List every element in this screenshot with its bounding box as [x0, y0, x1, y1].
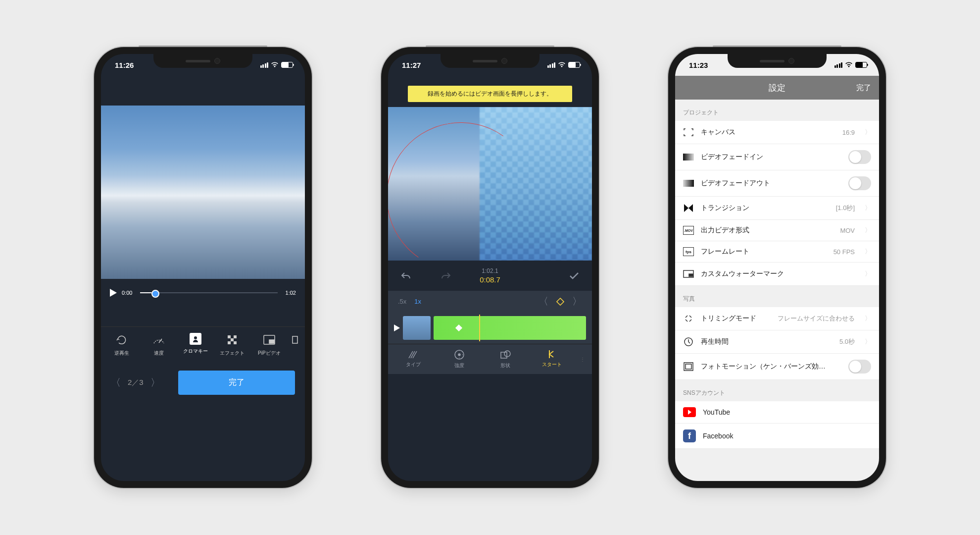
- toggle[interactable]: [848, 176, 871, 190]
- video-preview[interactable]: [101, 106, 305, 279]
- phone-3: 11:23 設定 完了 プロジェクト キャンバス16:9〉 ビデオフェードイン …: [668, 47, 886, 488]
- row-youtube[interactable]: YouTube: [675, 401, 879, 424]
- clip-thumbnail[interactable]: [403, 316, 431, 340]
- row-transition[interactable]: トランジション[1.0秒]〉: [675, 197, 879, 220]
- phone-2: 11:27 録画を始めるにはビデオ画面を長押しします。 1:02.1 0:08.…: [381, 47, 599, 488]
- fx-type[interactable]: タイプ: [391, 349, 435, 369]
- row-fadeout[interactable]: ビデオフェードアウト: [675, 170, 879, 197]
- chevron-right-icon: 〉: [865, 128, 871, 137]
- clock: 11:26: [115, 61, 134, 69]
- zoom-row: .5x 1x 〈 〉: [388, 291, 592, 312]
- play-icon[interactable]: [394, 324, 400, 331]
- wifi-icon: [271, 62, 279, 68]
- effect-toolbar: タイプ 強度 形状 スタート ⋮: [388, 344, 592, 374]
- clock: 11:23: [689, 61, 708, 69]
- trim-icon: [683, 313, 694, 324]
- facebook-icon: f: [683, 429, 696, 442]
- current-time: 0:00: [122, 290, 132, 296]
- row-watermark[interactable]: カスタムウォーターマーク〉: [675, 263, 879, 286]
- pager: 〈 2／3 〉: [111, 376, 160, 389]
- chevron-right-icon: 〉: [865, 226, 871, 235]
- confirm-icon[interactable]: [568, 271, 580, 281]
- svg-rect-12: [501, 352, 507, 358]
- nav-bar: 設定 完了: [675, 76, 879, 100]
- fx-shape[interactable]: 形状: [484, 349, 528, 369]
- chevron-right-icon: 〉: [865, 204, 871, 213]
- fx-start[interactable]: スタート: [530, 349, 574, 369]
- nav-title: 設定: [769, 82, 785, 94]
- svg-rect-3: [228, 341, 231, 344]
- row-facebook[interactable]: fFacebook: [675, 424, 879, 449]
- done-button[interactable]: 完了: [856, 83, 871, 93]
- current-time: 0:08.7: [480, 275, 500, 284]
- total-time: 1:02.1: [480, 268, 500, 274]
- prev-icon[interactable]: 〈: [111, 376, 121, 389]
- progress-slider[interactable]: [140, 292, 277, 293]
- svg-rect-9: [557, 298, 564, 305]
- prev-keyframe-icon[interactable]: 〈: [539, 295, 548, 308]
- undo-icon[interactable]: [400, 271, 412, 281]
- tool-chromakey[interactable]: クロマキー: [178, 333, 213, 357]
- keyframe-marker[interactable]: [455, 324, 462, 331]
- hint-banner: 録画を始めるにはビデオ画面を長押しします。: [408, 86, 572, 102]
- more-icon: [288, 333, 302, 347]
- playback-bar: 0:00 1:02: [101, 279, 305, 307]
- fx-more[interactable]: ⋮: [576, 349, 589, 369]
- section-project: プロジェクト: [675, 100, 879, 121]
- toggle[interactable]: [848, 150, 871, 164]
- battery-icon: [568, 62, 580, 68]
- tool-reverse[interactable]: 逆再生: [104, 333, 140, 357]
- tool-pip[interactable]: PiPビデオ: [251, 333, 287, 357]
- svg-rect-14: [683, 154, 694, 160]
- next-keyframe-icon[interactable]: 〉: [572, 295, 582, 308]
- svg-rect-7: [269, 340, 274, 343]
- video-preview[interactable]: [388, 107, 592, 261]
- svg-rect-20: [686, 364, 691, 369]
- redo-icon[interactable]: [440, 271, 452, 281]
- row-duration[interactable]: 再生時間5.0秒〉: [675, 330, 879, 354]
- chevron-right-icon: 〉: [865, 247, 871, 256]
- chevron-right-icon: 〉: [865, 314, 871, 323]
- row-canvas[interactable]: キャンバス16:9〉: [675, 121, 879, 144]
- chevron-right-icon: 〉: [865, 337, 871, 346]
- svg-rect-2: [234, 335, 237, 338]
- speed-icon: [152, 333, 166, 347]
- signal-icon: [834, 62, 843, 68]
- watermark-icon: [683, 268, 694, 279]
- play-icon[interactable]: [110, 289, 117, 297]
- svg-rect-17: [689, 274, 693, 276]
- keyframe-icon[interactable]: [556, 298, 564, 306]
- svg-rect-8: [293, 336, 297, 343]
- notch: [728, 54, 827, 68]
- page-indicator: 2／3: [128, 378, 144, 387]
- toggle[interactable]: [848, 360, 871, 374]
- row-format[interactable]: .MOV出力ビデオ形式MOV〉: [675, 220, 879, 241]
- svg-rect-1: [228, 335, 231, 338]
- format-icon: .MOV: [683, 226, 694, 235]
- phone-1: 11:26 0:00 1:02 逆再生 速度 クロマキー エフェクト PiPビデ…: [94, 47, 312, 488]
- tool-bar: 逆再生 速度 クロマキー エフェクト PiPビデオ: [101, 326, 305, 363]
- wifi-icon: [845, 62, 853, 68]
- done-button[interactable]: 完了: [178, 371, 295, 395]
- chromakey-icon: [190, 333, 201, 345]
- tool-effect[interactable]: エフェクト: [214, 333, 250, 357]
- chevron-right-icon: 〉: [865, 269, 871, 278]
- fx-intensity[interactable]: 強度: [437, 349, 481, 369]
- effect-clip[interactable]: [434, 316, 586, 340]
- tool-more[interactable]: [288, 333, 302, 357]
- section-sns: SNSアカウント: [675, 380, 879, 401]
- timeline[interactable]: [388, 312, 592, 344]
- next-icon[interactable]: 〉: [150, 376, 160, 389]
- battery-icon: [855, 62, 867, 68]
- transition-icon: [683, 203, 694, 214]
- tool-speed[interactable]: 速度: [141, 333, 176, 357]
- zoom-half[interactable]: .5x: [398, 298, 406, 305]
- zoom-one[interactable]: 1x: [414, 298, 421, 305]
- fps-icon: fps: [683, 247, 694, 256]
- time-display: 1:02.1 0:08.7: [480, 268, 500, 284]
- row-trim[interactable]: トリミングモードフレームサイズに合わせる〉: [675, 307, 879, 330]
- row-fps[interactable]: fpsフレームレート50 FPS〉: [675, 241, 879, 263]
- row-kenburns[interactable]: フォトモーション（ケン・バーンズ効…: [675, 354, 879, 380]
- pip-icon: [262, 333, 276, 347]
- row-fadein[interactable]: ビデオフェードイン: [675, 144, 879, 170]
